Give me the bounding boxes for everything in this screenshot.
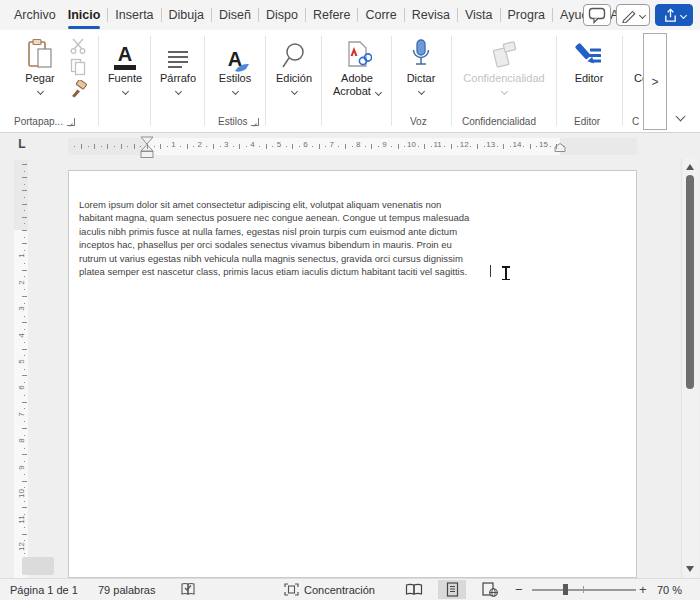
collapse-ribbon-button[interactable]: [672, 108, 688, 124]
ruler-tick: [121, 144, 122, 149]
dialog-launcher-icon[interactable]: [67, 118, 75, 126]
editor-group-label: Editor: [574, 116, 600, 127]
ruler-dot: [418, 146, 419, 147]
ruler-dot: [24, 421, 25, 422]
editing-group-button[interactable]: Edición: [269, 36, 319, 94]
ruler-number: 10: [407, 140, 415, 149]
tab-archivo[interactable]: Archivo: [8, 0, 62, 30]
ruler-dot: [550, 146, 551, 147]
text-line[interactable]: habitant magna, quam senectus posuere ne…: [79, 211, 497, 224]
chevron-down-icon: [121, 88, 128, 95]
word-count[interactable]: 79 palabras: [98, 579, 156, 600]
focus-mode-toggle[interactable]: Concentración: [284, 579, 375, 600]
clipboard-icon: [25, 36, 55, 70]
h-ruler[interactable]: 123456789101112131415: [0, 136, 680, 158]
paste-button[interactable]: Pegar: [16, 36, 64, 94]
ruler-number: 1: [17, 251, 26, 261]
sensitivity-button[interactable]: Confidencialidad: [455, 36, 553, 94]
dictate-button[interactable]: Dictar: [395, 36, 447, 94]
ribbon-scroll-right-button[interactable]: >: [643, 33, 667, 130]
ruler-dot: [206, 146, 207, 147]
cut-icon[interactable]: [69, 38, 87, 54]
horizontal-scrollbar-thumb[interactable]: [22, 557, 54, 575]
web-layout-icon: [482, 582, 498, 597]
ruler-tick: [134, 144, 135, 149]
tab-vista[interactable]: Vista: [459, 0, 499, 30]
scrollbar-thumb[interactable]: [686, 175, 694, 389]
ruler-tick: [81, 144, 82, 149]
share-button[interactable]: [655, 4, 693, 26]
text-line[interactable]: iaculis nibh primis fusce at nulla fames…: [79, 225, 497, 238]
ruler-dot: [470, 146, 471, 147]
ruler-tick: [160, 144, 161, 149]
ribbon-tab-row: ArchivoInicioInsertaDibujaDiseñDispoRefe…: [0, 0, 700, 30]
tab-revisa[interactable]: Revisa: [406, 0, 456, 30]
ruler-number: 3: [222, 140, 230, 149]
ruler-number: 12: [460, 140, 468, 149]
ruler-number: 2: [196, 140, 204, 149]
tab-corre[interactable]: Corre: [359, 0, 402, 30]
draw-tool-button[interactable]: [616, 4, 650, 26]
ruler-dot: [114, 146, 115, 147]
vertical-scrollbar[interactable]: [681, 158, 698, 578]
ruler-tick: [22, 428, 27, 429]
zoom-in-button[interactable]: +: [639, 579, 647, 600]
ruler-tick: [22, 164, 27, 165]
zoom-slider-track[interactable]: [532, 589, 636, 591]
text-line[interactable]: Lorem ipsum dolor sit amet consectetur a…: [79, 198, 497, 211]
ruler-dot: [193, 146, 194, 147]
read-mode-button[interactable]: [400, 580, 428, 599]
status-bar: Página 1 de 1 79 palabras Concentración: [0, 578, 700, 600]
scroll-down-icon[interactable]: [686, 566, 694, 572]
paragraph-group-button[interactable]: Párrafo: [154, 36, 202, 94]
ruler-dot: [352, 146, 353, 147]
tab-inserta[interactable]: Inserta: [109, 0, 159, 30]
editor-button[interactable]: Editor: [560, 36, 618, 85]
proofing-status[interactable]: [180, 579, 196, 600]
ruler-tick: [22, 375, 27, 376]
scroll-up-icon[interactable]: [686, 164, 694, 170]
ruler-tick: [292, 144, 293, 149]
comments-button[interactable]: [583, 4, 611, 26]
print-layout-button[interactable]: [438, 580, 466, 599]
web-layout-button[interactable]: [476, 580, 504, 599]
text-block[interactable]: Lorem ipsum dolor sit amet consectetur a…: [79, 198, 497, 278]
text-line[interactable]: inceptos hac, phasellus per orci sodales…: [79, 238, 497, 251]
ruler-tick: [213, 144, 214, 149]
tab-dise[interactable]: Diseñ: [213, 0, 257, 30]
ruler-tick: [22, 507, 27, 508]
adobe-acrobat-button[interactable]: Adobe Acrobat: [325, 36, 389, 98]
styles-button[interactable]: A Estilos: [208, 36, 262, 94]
ruler-dot: [404, 146, 405, 147]
editing-label: Edición: [276, 72, 312, 85]
ruler-dot: [24, 474, 25, 475]
ruler-tick: [22, 481, 27, 482]
format-painter-icon[interactable]: [69, 80, 88, 99]
ruler-tick: [398, 144, 399, 149]
tab-dibuja[interactable]: Dibuja: [163, 0, 210, 30]
copy-icon[interactable]: [70, 58, 87, 76]
page-indicator[interactable]: Página 1 de 1: [10, 579, 78, 600]
chevron-down-icon: [675, 111, 685, 121]
dialog-launcher-icon[interactable]: [251, 118, 259, 126]
font-group-button[interactable]: A Fuente: [102, 36, 148, 94]
chevron-down-icon: [679, 11, 686, 18]
tab-separator: [161, 8, 162, 22]
text-line[interactable]: rutrum ut varius egestas nibh vehicula n…: [79, 252, 497, 265]
ruler-tick: [424, 144, 425, 149]
text-line[interactable]: platea semper est nascetur class, primis…: [79, 265, 497, 278]
v-ruler[interactable]: 123456789101112: [14, 160, 28, 578]
ruler-dot: [24, 342, 25, 343]
ruler-dot: [24, 448, 25, 449]
zoom-level[interactable]: 70 %: [657, 579, 682, 600]
tab-refere[interactable]: Refere: [307, 0, 357, 30]
ruler-number: 1: [169, 140, 177, 149]
zoom-out-button[interactable]: −: [515, 579, 523, 600]
comment-icon: [588, 7, 606, 24]
editor-pencil-icon: [573, 36, 605, 70]
tab-inicio[interactable]: Inicio: [62, 0, 107, 30]
tab-progra[interactable]: Progra: [502, 0, 552, 30]
zoom-slider-handle[interactable]: [563, 584, 568, 595]
ruler-dot: [140, 146, 141, 147]
tab-dispo[interactable]: Dispo: [260, 0, 304, 30]
